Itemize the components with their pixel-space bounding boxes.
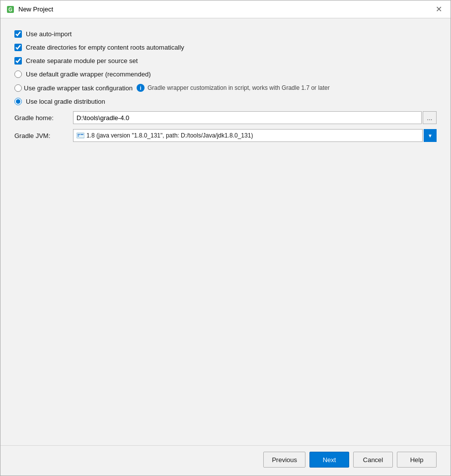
radio-row-default-wrapper: Use default gradle wrapper (recommended) <box>14 70 437 78</box>
checkbox-row-create-dirs: Create directories for empty content roo… <box>14 44 437 51</box>
wrapper-task-info-text: Gradle wrapper customization in script, … <box>148 84 330 91</box>
content-area: Use auto-import Create directories for e… <box>0 18 451 445</box>
separate-module-label[interactable]: Create separate module per source set <box>26 57 138 65</box>
local-dist-label[interactable]: Use local gradle distribution <box>26 98 105 105</box>
gradle-jvm-value: 1.8 (java version "1.8.0_131", path: D:/… <box>86 132 253 139</box>
svg-rect-4 <box>80 134 83 135</box>
gradle-jvm-display[interactable]: 1.8 (java version "1.8.0_131", path: D:/… <box>73 129 423 142</box>
radio-row-wrapper-task: Use gradle wrapper task configuration i … <box>14 84 437 92</box>
help-button[interactable]: Help <box>397 452 437 468</box>
title-bar-left: G New Project <box>6 5 53 13</box>
wrapper-task-label[interactable]: Use gradle wrapper task configuration <box>24 84 133 92</box>
gradle-home-input-wrapper: ... <box>73 111 437 124</box>
gradle-jvm-dropdown-button[interactable]: ▼ <box>424 129 437 142</box>
dialog-footer: Previous Next Cancel Help <box>0 445 451 476</box>
gradle-home-browse-button[interactable]: ... <box>423 111 437 124</box>
gradle-home-row: Gradle home: ... <box>14 111 437 124</box>
svg-text:G: G <box>8 7 12 12</box>
default-wrapper-label[interactable]: Use default gradle wrapper (recommended) <box>26 70 150 78</box>
new-project-dialog: G New Project ✕ Use auto-import Create d… <box>0 0 451 476</box>
dialog-title: New Project <box>18 5 53 13</box>
default-wrapper-radio[interactable] <box>14 70 22 78</box>
svg-rect-5 <box>77 136 79 136</box>
gradle-home-label: Gradle home: <box>14 114 69 122</box>
cancel-button[interactable]: Cancel <box>353 452 393 468</box>
previous-button[interactable]: Previous <box>263 452 305 468</box>
separate-module-checkbox[interactable] <box>14 57 22 65</box>
title-bar: G New Project ✕ <box>0 0 451 18</box>
radio-row-local-dist: Use local gradle distribution <box>14 98 437 105</box>
gradle-home-input[interactable] <box>73 111 422 124</box>
create-dirs-label[interactable]: Create directories for empty content roo… <box>26 44 184 51</box>
cb-wrapper-create-dirs: Create directories for empty content roo… <box>14 44 184 51</box>
gradle-jvm-label: Gradle JVM: <box>14 132 69 139</box>
auto-import-label[interactable]: Use auto-import <box>26 30 72 38</box>
checkbox-row-auto-import: Use auto-import <box>14 30 437 38</box>
jvm-sdk-icon <box>76 132 84 139</box>
close-button[interactable]: ✕ <box>433 3 445 15</box>
auto-import-checkbox[interactable] <box>14 30 22 38</box>
cb-wrapper-auto-import: Use auto-import <box>14 30 72 38</box>
cb-wrapper-separate-module: Create separate module per source set <box>14 57 138 65</box>
content-spacer <box>14 147 437 395</box>
checkbox-row-separate-module: Create separate module per source set <box>14 57 437 65</box>
gradle-jvm-input-wrapper: 1.8 (java version "1.8.0_131", path: D:/… <box>73 129 437 142</box>
local-dist-radio[interactable] <box>14 98 22 105</box>
svg-rect-3 <box>77 134 80 135</box>
create-dirs-checkbox[interactable] <box>14 44 22 51</box>
info-icon: i <box>137 84 145 92</box>
next-button[interactable]: Next <box>309 452 349 468</box>
gradle-jvm-row: Gradle JVM: 1.8 (java version "1.8.0_131… <box>14 129 437 142</box>
dialog-icon: G <box>6 5 14 13</box>
wrapper-task-radio[interactable] <box>14 84 22 92</box>
wrapper-task-row: Use gradle wrapper task configuration i … <box>14 84 330 92</box>
